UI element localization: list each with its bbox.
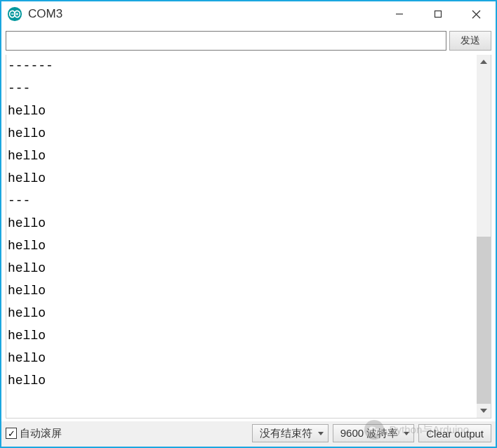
- scroll-up-arrow-icon[interactable]: [477, 55, 491, 69]
- chevron-down-icon: [318, 430, 324, 437]
- footer-bar: ✓ 自动滚屏 没有结束符 9600 波特率 Clear output: [1, 421, 496, 447]
- chevron-down-icon: [404, 430, 409, 437]
- line-ending-dropdown[interactable]: 没有结束符: [252, 424, 329, 442]
- scrollbar[interactable]: [477, 55, 491, 418]
- close-button[interactable]: [457, 1, 496, 27]
- baud-rate-dropdown[interactable]: 9600 波特率: [333, 424, 415, 442]
- autoscroll-checkbox[interactable]: ✓ 自动滚屏: [6, 427, 248, 440]
- line-ending-value: 没有结束符: [260, 427, 312, 440]
- output-container: ------ --- hello hello hello hello --- h…: [6, 55, 491, 419]
- scroll-thumb[interactable]: [477, 237, 491, 404]
- send-button[interactable]: 发送: [449, 31, 491, 51]
- scroll-down-arrow-icon[interactable]: [477, 404, 491, 418]
- serial-monitor-window: COM3 发送 ------ --- hello hello hello hel…: [0, 0, 497, 448]
- autoscroll-label: 自动滚屏: [20, 427, 62, 440]
- titlebar: COM3: [1, 1, 496, 27]
- svg-marker-8: [480, 60, 487, 64]
- window-controls: [380, 1, 496, 27]
- scroll-track[interactable]: [477, 69, 491, 404]
- output-area[interactable]: ------ --- hello hello hello hello --- h…: [6, 55, 477, 418]
- minimize-button[interactable]: [380, 1, 418, 27]
- window-title: COM3: [28, 7, 380, 21]
- svg-marker-9: [480, 409, 487, 413]
- svg-marker-10: [318, 432, 324, 435]
- maximize-button[interactable]: [418, 1, 457, 27]
- input-row: 发送: [1, 27, 496, 55]
- clear-output-button[interactable]: Clear output: [418, 424, 491, 442]
- checkbox-icon: ✓: [6, 428, 17, 439]
- svg-marker-11: [404, 432, 409, 435]
- svg-rect-5: [435, 11, 441, 18]
- serial-input[interactable]: [6, 31, 446, 51]
- arduino-icon: [7, 6, 22, 22]
- baud-rate-value: 9600 波特率: [340, 427, 399, 440]
